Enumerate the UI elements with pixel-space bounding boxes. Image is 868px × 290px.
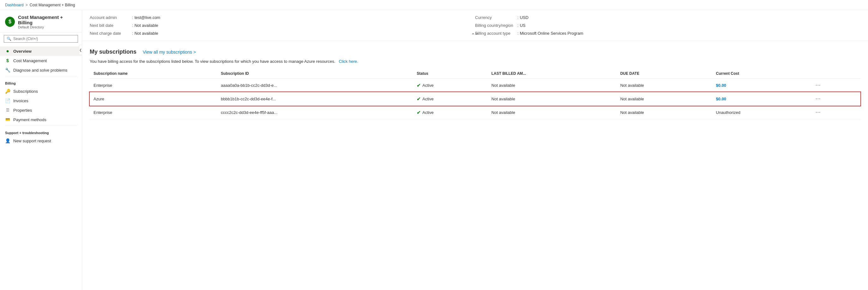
- col-header-due-date: DUE DATE: [617, 69, 712, 78]
- info-row-account-admin: Account admin : test@live.com: [90, 15, 475, 20]
- sidebar-item-subscriptions-label: Subscriptions: [13, 89, 38, 94]
- invoices-icon: 📄: [5, 98, 10, 103]
- row2-cost-link[interactable]: $0.00: [716, 97, 726, 101]
- billing-country-value: US: [520, 23, 526, 28]
- app-icon: $: [5, 17, 15, 27]
- sidebar-item-payment-methods-label: Payment methods: [13, 118, 46, 122]
- sidebar-item-payment-methods[interactable]: 💳 Payment methods: [0, 115, 82, 124]
- sidebar-item-diagnose[interactable]: 🔧 Diagnose and solve problems: [0, 65, 82, 75]
- table-row: Enterprise cccc2c2c-dd3d-ee4e-ff5f-aaa..…: [90, 106, 861, 119]
- next-charge-value: Not available: [134, 31, 158, 36]
- status-active-icon: ✔: [416, 83, 421, 88]
- subscriptions-section: My subscriptions View all my subscriptio…: [82, 41, 868, 119]
- support-divider: [5, 126, 77, 126]
- click-here-link[interactable]: Click here.: [339, 59, 358, 64]
- info-col-left: Account admin : test@live.com Next bill …: [90, 15, 475, 36]
- row1-name: Enterprise: [90, 78, 217, 92]
- overview-icon: ●: [5, 49, 10, 54]
- subscriptions-description: You have billing access for the subscrip…: [90, 59, 861, 64]
- row2-cost: $0.00: [712, 92, 810, 106]
- row1-cost: $0.00: [712, 78, 810, 92]
- properties-icon: ☰: [5, 107, 10, 112]
- row2-more-button[interactable]: ···: [814, 95, 823, 102]
- subscriptions-table-body: Enterprise aaaa0a0a-bb1b-cc2c-dd3d-e... …: [90, 78, 861, 119]
- col-header-last-billed: LAST BILLED AM...: [488, 69, 617, 78]
- col-header-name: Subscription name: [90, 69, 217, 78]
- info-collapse-arrow[interactable]: ⌃⌃: [471, 32, 479, 38]
- row3-cost: Unauthorized: [712, 106, 810, 119]
- info-col-right: Currency : USD Billing country/region : …: [475, 15, 861, 36]
- row3-due-date: Not available: [617, 106, 712, 119]
- support-section-label: Support + troubleshooting: [0, 127, 82, 136]
- row3-cost-text: Unauthorized: [716, 110, 740, 115]
- sidebar-item-overview-label: Overview: [13, 49, 32, 54]
- status-active-icon-3: ✔: [416, 109, 421, 116]
- sidebar-item-subscriptions[interactable]: 🔑 Subscriptions: [0, 87, 82, 96]
- sidebar-collapse-button[interactable]: ❮❮: [79, 45, 82, 55]
- billing-country-label: Billing country/region: [475, 23, 516, 28]
- sidebar-app-title: Cost Management + Billing: [18, 14, 77, 25]
- row3-last-billed: Not available: [488, 106, 617, 119]
- row2-due-date: Not available: [617, 92, 712, 106]
- breadcrumb-current: Cost Management + Billing: [30, 3, 75, 7]
- subscriptions-title: My subscriptions: [90, 49, 136, 55]
- breadcrumb: Dashboard > Cost Management + Billing: [0, 0, 868, 10]
- breadcrumb-dashboard-link[interactable]: Dashboard: [5, 3, 24, 7]
- row1-actions: ···: [810, 78, 861, 92]
- info-panel: Account admin : test@live.com Next bill …: [82, 10, 868, 41]
- person-icon: 👤: [5, 138, 10, 143]
- row2-id: bbbb1b1b-cc2c-dd3d-ee4e-f...: [217, 92, 413, 106]
- next-bill-label: Next bill date: [90, 23, 131, 28]
- sidebar-header: $ Cost Management + Billing Default Dire…: [0, 10, 82, 32]
- table-header: Subscription name Subscription ID Status…: [90, 69, 861, 78]
- sidebar-item-new-support-label: New support request: [13, 138, 51, 143]
- billing-divider: [5, 76, 77, 76]
- row2-last-billed: Not available: [488, 92, 617, 106]
- billing-section-label: Billing: [0, 77, 82, 87]
- subscriptions-header: My subscriptions View all my subscriptio…: [90, 49, 861, 55]
- sidebar-item-invoices[interactable]: 📄 Invoices: [0, 96, 82, 105]
- sidebar-item-properties-label: Properties: [13, 108, 32, 112]
- sidebar-item-invoices-label: Invoices: [13, 98, 28, 103]
- search-box[interactable]: 🔍: [4, 35, 78, 42]
- sidebar-item-overview[interactable]: ● Overview: [0, 46, 82, 56]
- row1-status: ✔ Active: [413, 78, 487, 92]
- sidebar-nav: ● Overview $ Cost Management 🔧 Diagnose …: [0, 45, 82, 147]
- status-active-icon-2: ✔: [416, 96, 421, 102]
- sidebar-item-new-support[interactable]: 👤 New support request: [0, 136, 82, 146]
- subscriptions-table: Subscription name Subscription ID Status…: [90, 69, 861, 119]
- row2-actions: ···: [810, 92, 861, 106]
- col-header-id: Subscription ID: [217, 69, 413, 78]
- view-all-subscriptions-link[interactable]: View all my subscriptions >: [143, 50, 196, 55]
- col-header-actions: [810, 69, 861, 78]
- description-text: You have billing access for the subscrip…: [90, 59, 336, 64]
- info-row-next-bill: Next bill date : Not available: [90, 23, 475, 28]
- sidebar-item-cost-management[interactable]: $ Cost Management: [0, 56, 82, 65]
- currency-value: USD: [520, 15, 528, 20]
- row1-cost-link[interactable]: $0.00: [716, 83, 726, 88]
- row1-id: aaaa0a0a-bb1b-cc2c-dd3d-e...: [217, 78, 413, 92]
- account-admin-label: Account admin: [90, 15, 131, 20]
- next-bill-value: Not available: [134, 23, 158, 28]
- sidebar-item-diagnose-label: Diagnose and solve problems: [13, 68, 67, 72]
- table-header-row: Subscription name Subscription ID Status…: [90, 69, 861, 78]
- info-row-next-charge: Next charge date : Not available: [90, 31, 475, 36]
- row1-more-button[interactable]: ···: [814, 82, 823, 89]
- row3-more-button[interactable]: ···: [814, 109, 823, 116]
- sidebar-title-block: Cost Management + Billing Default Direct…: [18, 14, 77, 29]
- row3-actions: ···: [810, 106, 861, 119]
- info-row-billing-type: Billing account type : Microsoft Online …: [475, 31, 861, 36]
- row3-id: cccc2c2c-dd3d-ee4e-ff5f-aaa...: [217, 106, 413, 119]
- row3-status: ✔ Active: [413, 106, 487, 119]
- info-row-billing-country: Billing country/region : US: [475, 23, 861, 28]
- table-row: Enterprise aaaa0a0a-bb1b-cc2c-dd3d-e... …: [90, 78, 861, 92]
- row2-status-text: Active: [422, 97, 433, 101]
- sidebar-subtitle: Default Directory: [18, 25, 77, 29]
- row1-last-billed: Not available: [488, 78, 617, 92]
- search-input[interactable]: [13, 37, 75, 41]
- row3-status-text: Active: [422, 110, 433, 115]
- key-icon: 🔑: [5, 89, 10, 94]
- sidebar-item-properties[interactable]: ☰ Properties: [0, 105, 82, 115]
- currency-label: Currency: [475, 15, 516, 20]
- row1-status-text: Active: [422, 83, 433, 88]
